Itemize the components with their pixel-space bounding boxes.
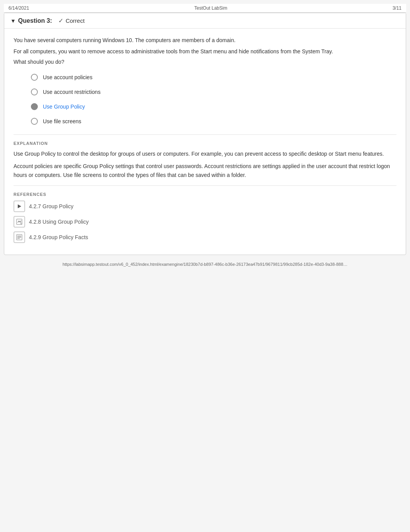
- answer-text-4: Use file screens: [43, 118, 81, 124]
- question-text-1: You have several computers running Windo…: [14, 36, 396, 44]
- explanation-text-2: Account policies are specific Group Poli…: [14, 162, 396, 179]
- question-header: ▼ Question 3: ✓ Correct: [4, 13, 406, 29]
- checkmark-icon: ✓: [58, 17, 63, 24]
- radio-circle-1[interactable]: [31, 74, 38, 81]
- explanation-text-1: Use Group Policy to control the desktop …: [14, 150, 396, 158]
- section-divider-references: [14, 185, 396, 186]
- browser-bar: 6/14/2021 TestOut LabSim 3/11: [4, 4, 406, 13]
- answer-text-2: Use account restrictions: [43, 89, 100, 95]
- lab-icon: ✎: [14, 216, 25, 228]
- footer-url-bar: https://labsimapp.testout.com/v6_0_452/i…: [4, 259, 406, 270]
- question-card: ▼ Question 3: ✓ Correct You have several…: [4, 13, 406, 255]
- video-play-icon: [14, 201, 25, 212]
- answer-text-3: Use Group Policy: [43, 104, 85, 110]
- radio-area-2[interactable]: [29, 87, 40, 97]
- facts-icon: [14, 231, 25, 243]
- radio-circle-4[interactable]: [31, 118, 38, 125]
- browser-page-num: 3/11: [393, 5, 402, 11]
- reference-text-1: 4.2.7 Group Policy: [29, 203, 73, 209]
- radio-circle-3[interactable]: [31, 103, 38, 110]
- question-prompt: What should you do?: [14, 59, 396, 65]
- question-label: Question 3:: [18, 17, 52, 24]
- answer-option-2[interactable]: Use account restrictions: [29, 87, 396, 97]
- correct-badge: ✓ Correct: [58, 17, 85, 24]
- radio-area-4[interactable]: [29, 116, 40, 127]
- section-divider-explanation: [14, 134, 396, 135]
- question-text-2: For all computers, you want to remove ac…: [14, 48, 396, 56]
- answer-option-3[interactable]: Use Group Policy: [29, 101, 396, 112]
- reference-text-3: 4.2.9 Group Policy Facts: [29, 234, 88, 240]
- answer-options: Use account policies Use account restric…: [29, 72, 396, 127]
- correct-text: Correct: [66, 17, 85, 24]
- reference-text-2: 4.2.8 Using Group Policy: [29, 219, 89, 225]
- explanation-label: EXPLANATION: [14, 141, 396, 146]
- browser-date: 6/14/2021: [8, 5, 29, 11]
- answer-text-1: Use account policies: [43, 74, 92, 80]
- answer-option-4[interactable]: Use file screens: [29, 116, 396, 127]
- reference-item-1[interactable]: 4.2.7 Group Policy: [14, 201, 396, 212]
- answer-option-1[interactable]: Use account policies: [29, 72, 396, 83]
- browser-title: TestOut LabSim: [194, 5, 227, 11]
- page-wrapper: 6/14/2021 TestOut LabSim 3/11 ▼ Question…: [0, 0, 410, 532]
- toggle-icon[interactable]: ▼: [10, 18, 16, 24]
- question-body: You have several computers running Windo…: [4, 29, 406, 255]
- svg-text:✎: ✎: [21, 223, 22, 224]
- radio-area-3[interactable]: [29, 101, 40, 112]
- references-label: REFERENCES: [14, 192, 396, 197]
- radio-area-1[interactable]: [29, 72, 40, 83]
- reference-item-3[interactable]: 4.2.9 Group Policy Facts: [14, 231, 396, 243]
- references-section: REFERENCES 4.2.7 Group Policy: [14, 192, 396, 243]
- footer-url: https://labsimapp.testout.com/v6_0_452/i…: [63, 262, 347, 267]
- svg-marker-0: [18, 204, 21, 208]
- radio-circle-2[interactable]: [31, 88, 38, 95]
- reference-item-2[interactable]: ✎ 4.2.8 Using Group Policy: [14, 216, 396, 228]
